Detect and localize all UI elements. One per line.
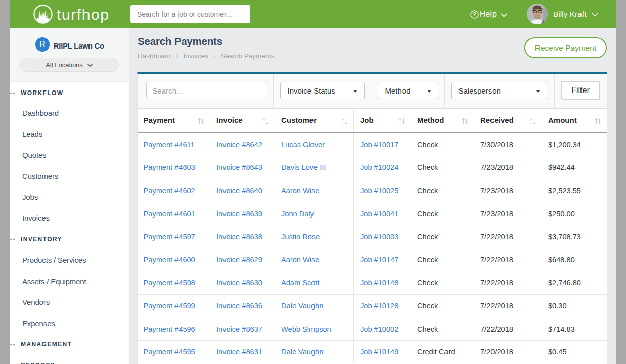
svg-text:?: ? — [473, 11, 476, 17]
